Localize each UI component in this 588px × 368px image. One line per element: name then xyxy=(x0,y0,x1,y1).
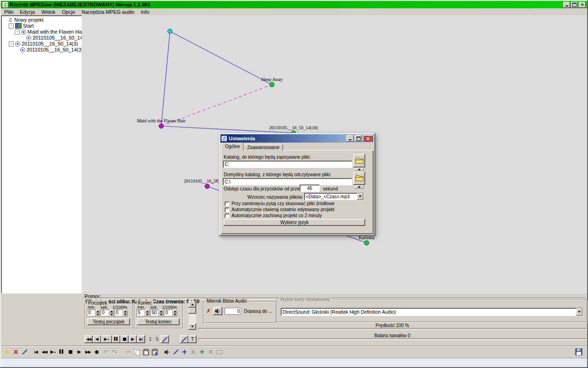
scrollbar-thumb[interactable] xyxy=(188,308,196,314)
add-node-button[interactable]: + xyxy=(198,347,206,356)
spinner-up-button[interactable] xyxy=(173,310,177,313)
add-file-button[interactable]: + xyxy=(3,347,11,356)
graph-node[interactable] xyxy=(205,184,209,189)
maximize-button[interactable] xyxy=(571,2,578,8)
menu-edycja[interactable]: Edycja xyxy=(17,9,38,15)
speed-slider[interactable] xyxy=(198,328,586,330)
tab-og-lne[interactable]: Ogólne xyxy=(221,143,243,150)
choose-language-button[interactable]: Wybierz język xyxy=(224,219,365,226)
spinner-up-button[interactable] xyxy=(145,310,150,313)
project-tree[interactable]: ♫Nowy projekt-Start-Maid with the Flaxen… xyxy=(1,15,84,293)
interval-input[interactable] xyxy=(300,184,320,192)
menu-opcje[interactable]: Opcje xyxy=(59,9,79,15)
menu-pliki[interactable]: Pliki xyxy=(1,9,17,15)
combo-dropdown-button[interactable] xyxy=(576,308,582,316)
pattern-combobox[interactable]: <Data>_<Czas>.mp3 xyxy=(304,193,364,200)
add-marker-button[interactable]: + xyxy=(180,347,189,356)
menu-info[interactable]: Info xyxy=(137,9,152,15)
test-end-button[interactable]: Testuj koniec xyxy=(137,318,180,325)
spinner-down-button[interactable] xyxy=(145,313,150,317)
spinner-down-button[interactable] xyxy=(109,313,114,317)
transport-step-back-button[interactable]: ◀ xyxy=(93,335,101,343)
test-start-button[interactable]: Testuj początek xyxy=(87,318,130,325)
tree-expander-icon[interactable]: - xyxy=(9,41,14,46)
transport-pause-button[interactable]: ▌▌ xyxy=(112,335,120,343)
delete-file-button[interactable]: × xyxy=(11,347,20,356)
read-dir-input[interactable] xyxy=(223,178,352,185)
record-button[interactable]: ● xyxy=(92,347,101,356)
paste-button[interactable] xyxy=(141,347,150,356)
scrollbar-track[interactable] xyxy=(188,308,196,323)
tree-item[interactable]: 20110105__16_50_14(3) xyxy=(2,47,83,52)
transport-stop-button[interactable]: ■ xyxy=(120,335,129,343)
dialog-maximize-button[interactable] xyxy=(355,135,362,142)
read-dir-browse-button[interactable] xyxy=(353,172,365,185)
transport-play-button[interactable]: ▶▾ xyxy=(101,335,112,343)
cut-line-tool-button[interactable] xyxy=(161,335,169,343)
tree-item[interactable]: ♫Nowy projekt xyxy=(2,17,83,23)
menu-narz-dzia-mpeg-audio[interactable]: Narzędzia MPEG audio xyxy=(79,9,138,15)
spinner-up-button[interactable] xyxy=(96,310,100,313)
pause-button[interactable]: ▌▌ xyxy=(57,347,66,356)
tree-item[interactable]: -20110105__16_50_14(3) xyxy=(2,41,83,46)
meter-speaker-button[interactable] xyxy=(213,307,222,315)
transport-rewind-button[interactable]: ◀◀ xyxy=(85,335,93,343)
graph-node[interactable] xyxy=(364,241,369,245)
checkbox[interactable] xyxy=(225,207,229,212)
skip-end-button[interactable]: ▶▶ xyxy=(84,347,92,356)
volume-button[interactable] xyxy=(163,347,171,356)
end-ms-spinner[interactable]: 0 xyxy=(164,310,177,316)
graph-node[interactable] xyxy=(159,124,164,128)
step-forward-button[interactable]: ▶ xyxy=(75,347,84,356)
start-min-spinner[interactable]: 0 xyxy=(87,310,100,316)
close-button[interactable]: × xyxy=(579,2,586,8)
save-button[interactable] xyxy=(574,347,583,356)
combo-dropdown-button[interactable] xyxy=(357,193,363,200)
end-min-spinner[interactable]: 5 xyxy=(136,310,150,316)
paste-special-button[interactable] xyxy=(150,347,159,356)
minimize-button[interactable] xyxy=(563,2,570,8)
transport-step-forward-button[interactable]: ▶ xyxy=(129,335,137,343)
graph-node[interactable] xyxy=(168,29,172,34)
transport-skip-end-button[interactable]: ▶| xyxy=(137,335,145,343)
spinner-up-button[interactable] xyxy=(123,310,128,313)
start-ms-spinner[interactable]: 0 xyxy=(114,310,128,316)
rewind-button[interactable]: ◀◀ xyxy=(40,347,49,356)
dialog-titlebar[interactable]: ♪ Ustawienia × xyxy=(220,134,374,143)
spinner-up-button[interactable] xyxy=(159,310,164,313)
end-sek-spinner[interactable]: 50 xyxy=(150,310,164,316)
save-dir-browse-arrow[interactable] xyxy=(355,168,364,171)
scroll-down-button[interactable] xyxy=(188,323,196,330)
graph-canvas[interactable]: Sleep AwayMaid with the Flaxen Hair20110… xyxy=(82,15,587,293)
draw-line-tool-button[interactable] xyxy=(20,347,29,356)
tree-item[interactable]: -Maid with the Flaxen Hair xyxy=(2,29,83,34)
line-tool-2-button[interactable] xyxy=(171,347,180,356)
spinner-down-button[interactable] xyxy=(96,313,100,317)
balance-slider[interactable] xyxy=(198,338,586,340)
tree-item[interactable]: -Start xyxy=(2,23,83,29)
vertical-scrollbar[interactable] xyxy=(188,301,196,330)
stop-button[interactable]: ■ xyxy=(66,347,75,356)
sound-card-combobox[interactable]: DirectSound: Głośniki (Realtek High Defi… xyxy=(281,308,583,316)
dialog-minimize-button[interactable] xyxy=(346,135,354,142)
checkbox[interactable] xyxy=(225,201,229,206)
tab-zaawansowane[interactable]: Zaawansowane xyxy=(243,144,283,150)
spinner-down-button[interactable] xyxy=(159,313,164,317)
fit-to-button[interactable]: Dopasuj do ... xyxy=(244,309,272,314)
menu-widok[interactable]: Widok xyxy=(38,9,59,15)
save-dir-input[interactable] xyxy=(223,161,352,168)
start-sek-spinner[interactable]: 0 xyxy=(101,310,114,316)
tree-expander-icon[interactable]: - xyxy=(15,29,20,34)
dialog-close-button[interactable]: × xyxy=(363,135,373,142)
spinner-up-button[interactable] xyxy=(109,310,114,313)
tree-item[interactable]: 20110105__16_50_14 xyxy=(2,35,83,40)
save-dir-browse-button[interactable] xyxy=(353,154,365,167)
graph-node[interactable] xyxy=(270,82,274,87)
spinner-down-button[interactable] xyxy=(173,313,177,317)
read-dir-browse-arrow[interactable] xyxy=(355,185,364,189)
cut-line-alt-tool-button[interactable] xyxy=(180,335,188,343)
skip-start-button[interactable]: |◀ xyxy=(31,347,40,356)
window-titlebar[interactable]: ♫ Rzeźnik MPEGów (NIEZAREJESTROWANY) Wer… xyxy=(1,1,587,8)
play-button[interactable]: ▶▾ xyxy=(49,347,57,356)
scroll-up-button[interactable] xyxy=(188,301,196,308)
